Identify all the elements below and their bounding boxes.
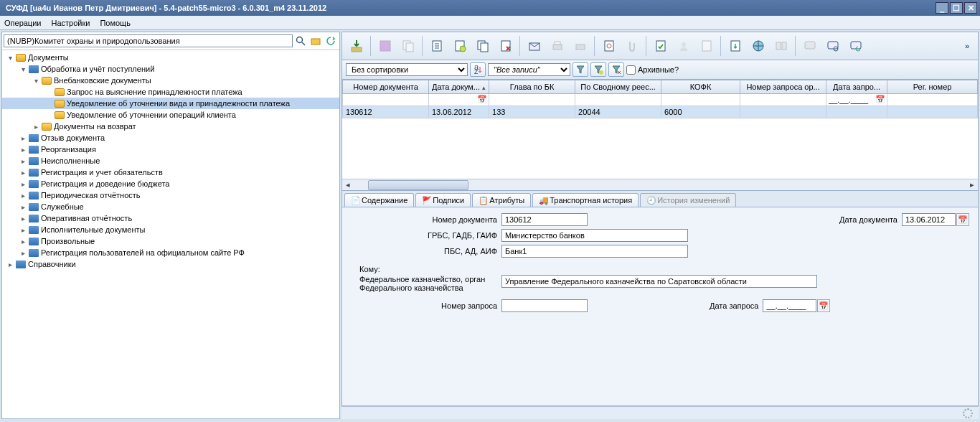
tree-reorg[interactable]: ▸Реорганизация	[2, 144, 339, 155]
sort-select[interactable]: Без сортировки	[346, 63, 468, 76]
col-reqdate[interactable]: Дата запро...	[826, 80, 887, 94]
sign-remove-icon[interactable]	[696, 35, 717, 57]
tree-nonbank-docs[interactable]: ▾Внебанковские документы	[2, 75, 339, 86]
save-icon[interactable]	[374, 35, 396, 57]
scroll-right-icon[interactable]: ▸	[966, 180, 978, 189]
field-docnum[interactable]	[501, 213, 588, 226]
send-icon[interactable]	[524, 35, 545, 57]
filter-regnum[interactable]	[888, 95, 976, 105]
sign-ok-icon[interactable]	[650, 35, 672, 57]
filter-docnum[interactable]	[344, 95, 428, 105]
globe-icon[interactable]	[748, 35, 769, 57]
chat-icon[interactable]	[799, 35, 821, 57]
tree-notify-type[interactable]: Уведомление об уточнении вида и принадле…	[2, 98, 339, 109]
table-row[interactable]: 130612 13.06.2012 133 20044 6000	[343, 106, 978, 118]
new-doc-icon[interactable]	[426, 35, 448, 57]
delete-doc-icon[interactable]	[495, 35, 517, 57]
tree-service[interactable]: ▸Служебные	[2, 201, 339, 212]
copy-icon[interactable]	[397, 35, 419, 57]
tab-history[interactable]: 🕘История изменений	[640, 193, 736, 207]
tree-request-payment[interactable]: Запрос на выяснение принадлежности плате…	[2, 86, 339, 98]
tree-processing[interactable]: ▾Обработка и учёт поступлений	[2, 63, 339, 75]
refresh-icon[interactable]	[324, 34, 338, 48]
tree-exec-docs[interactable]: ▸Исполнительные документы	[2, 224, 339, 235]
attach-icon[interactable]	[598, 35, 620, 57]
tree-oblig[interactable]: ▸Регистрация и учет обязательств	[2, 167, 339, 178]
tab-content[interactable]: 📄Содержание	[344, 193, 414, 207]
edit-doc-icon[interactable]	[449, 35, 471, 57]
col-svod[interactable]: По Сводному реес...	[575, 80, 661, 94]
tree-notexec[interactable]: ▸Неисполненные	[2, 155, 339, 167]
list-icon: 📋	[479, 196, 487, 205]
close-button[interactable]: ✕	[964, 2, 977, 14]
filter-glava[interactable]	[490, 95, 574, 105]
menu-help[interactable]: Помощь	[100, 19, 131, 27]
col-regnum[interactable]: Рег. номер	[887, 80, 978, 94]
col-kofk[interactable]: КОФК	[661, 80, 740, 94]
filter-svod[interactable]	[576, 95, 660, 105]
filter-select[interactable]: "Все записи"	[488, 63, 570, 76]
grid-header[interactable]: Номер документа Дата докум... ▴ Глава по…	[343, 80, 978, 94]
col-reqnum[interactable]: Номер запроса ор...	[740, 80, 826, 94]
field-reqdate[interactable]	[763, 299, 816, 312]
print-icon[interactable]	[547, 35, 568, 57]
filter-bar: Без сортировки az "Все записи" Архивные?	[341, 60, 979, 80]
export-icon[interactable]	[725, 35, 746, 57]
transfer-icon[interactable]	[771, 35, 792, 57]
tree-notify-ops[interactable]: Уведомление об уточнении операций клиент…	[2, 109, 339, 121]
chat-find-icon[interactable]	[822, 35, 844, 57]
tree-periodic[interactable]: ▸Периодическая отчётность	[2, 189, 339, 201]
svg-rect-26	[805, 42, 815, 49]
menu-operations[interactable]: Операции	[4, 19, 41, 27]
calendar2-icon[interactable]: 📅	[817, 299, 830, 312]
open-icon[interactable]	[308, 34, 323, 48]
field-fedorg[interactable]	[501, 275, 817, 288]
scroll-left-icon[interactable]: ◂	[342, 180, 354, 189]
grid-filter-row[interactable]: 📅 📅	[343, 94, 978, 106]
more-icon[interactable]: »	[960, 35, 974, 57]
tab-sign[interactable]: 🚩Подписи	[415, 193, 471, 207]
import-icon[interactable]	[346, 35, 367, 57]
archive-checkbox[interactable]: Архивные?	[626, 65, 679, 75]
tree-documents[interactable]: ▾Документы	[2, 52, 339, 63]
col-docdate[interactable]: Дата докум... ▴	[429, 80, 489, 94]
tree-operative[interactable]: ▸Оперативная отчётность	[2, 212, 339, 224]
funnel-icon[interactable]	[573, 62, 588, 77]
chat-refresh-icon[interactable]	[845, 35, 867, 57]
tab-attr[interactable]: 📋Атрибуты	[472, 193, 531, 207]
col-docnum[interactable]: Номер документа	[343, 80, 429, 94]
tree-arbitrary[interactable]: ▸Произвольные	[2, 235, 339, 247]
grid-hscroll[interactable]: ◂ ▸	[342, 179, 978, 190]
search-input[interactable]	[4, 34, 293, 47]
col-glava[interactable]: Глава по БК	[489, 80, 575, 94]
clip-icon[interactable]	[621, 35, 643, 57]
calendar-icon[interactable]: 📅	[956, 213, 969, 226]
sort-az-icon[interactable]: az	[470, 62, 486, 77]
svg-text:z: z	[474, 67, 479, 75]
filter-reqnum[interactable]	[741, 95, 825, 105]
nav-tree[interactable]: ▾Документы ▾Обработка и учёт поступлений…	[2, 50, 339, 418]
multi-doc-icon[interactable]	[472, 35, 494, 57]
filter-kofk[interactable]	[662, 95, 739, 105]
funnel-clear-icon[interactable]	[608, 62, 624, 77]
field-pbs[interactable]	[501, 245, 688, 258]
minimize-button[interactable]: ‗	[936, 2, 948, 14]
svg-rect-11	[481, 43, 488, 52]
menu-settings[interactable]: Настройки	[51, 19, 90, 27]
tree-budget[interactable]: ▸Регистрация и доведение бюджета	[2, 178, 339, 189]
field-reqnum[interactable]	[501, 299, 588, 312]
sign-user-icon[interactable]	[673, 35, 694, 57]
field-grbs[interactable]	[501, 229, 688, 242]
tab-transport[interactable]: 🚚Транспортная история	[532, 193, 639, 207]
tree-return-docs[interactable]: ▸Документы на возврат	[2, 121, 339, 132]
field-docdate[interactable]	[902, 213, 956, 226]
svg-rect-14	[553, 44, 562, 50]
maximize-button[interactable]: ☐	[950, 2, 963, 14]
tree-recall[interactable]: ▸Отзыв документа	[2, 132, 339, 144]
scroll-thumb[interactable]	[368, 180, 468, 190]
tree-references[interactable]: ▸Справочники	[2, 258, 339, 270]
search-icon[interactable]	[293, 34, 308, 48]
funnel-add-icon[interactable]	[590, 62, 606, 77]
tree-reg-users[interactable]: ▸Регистрация пользователей на официально…	[2, 247, 339, 258]
print-list-icon[interactable]	[570, 35, 591, 57]
